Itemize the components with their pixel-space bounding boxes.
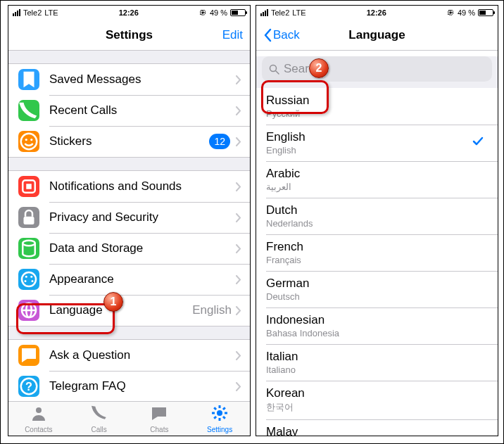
settings-icon [210, 404, 229, 425]
language-native: English [266, 145, 472, 156]
page-title: Language [256, 28, 498, 42]
callout-badge-2: 2 [309, 58, 329, 78]
row-label: Notifications and Sounds [49, 179, 236, 194]
settings-list[interactable]: Saved Messages Recent Calls Stickers 12 … [8, 51, 250, 401]
chevron-right-icon [236, 213, 241, 222]
carrier-label: Tele2 [23, 8, 42, 17]
tab-label: Settings [207, 426, 232, 433]
settings-row-saved-messages[interactable]: Saved Messages [8, 64, 250, 95]
callout-badge-1: 1 [103, 292, 123, 312]
row-value: English [192, 303, 232, 317]
signal-icon [260, 9, 268, 16]
svg-point-2 [30, 139, 32, 141]
language-name: French [266, 240, 488, 254]
alarm-icon: ֍ [447, 8, 455, 17]
language-native: 한국어 [266, 401, 488, 414]
chevron-right-icon [236, 275, 241, 284]
data-icon [18, 238, 39, 259]
svg-point-6 [23, 241, 35, 246]
lock-icon [18, 207, 39, 228]
language-nav: Back Language [256, 20, 498, 51]
language-native: Nederlands [266, 218, 488, 229]
tab-chats[interactable]: Chats [130, 402, 190, 436]
settings-row-notifications-and-sounds[interactable]: Notifications and Sounds [8, 171, 250, 202]
phone-icon [18, 100, 39, 121]
language-row-korean[interactable]: Korean 한국어 [256, 381, 498, 419]
language-name: Indonesian [266, 313, 488, 327]
network-label: LTE [292, 8, 305, 17]
tab-label: Chats [150, 426, 168, 433]
chevron-right-icon [236, 137, 241, 146]
settings-row-telegram-faq[interactable]: ? Telegram FAQ [8, 371, 250, 401]
chevron-right-icon [236, 106, 241, 115]
svg-rect-5 [24, 217, 34, 224]
language-row-english[interactable]: English English [256, 125, 498, 161]
language-row-french[interactable]: French Français [256, 234, 498, 271]
language-name: Russian [266, 94, 488, 108]
svg-point-1 [25, 139, 27, 141]
svg-line-22 [214, 417, 216, 419]
tab-settings[interactable]: Settings [189, 402, 250, 436]
language-name: Dutch [266, 203, 488, 217]
badge: 12 [209, 134, 230, 149]
svg-point-10 [32, 280, 34, 282]
language-row-italian[interactable]: Italian Italiano [256, 344, 498, 381]
bookmark-icon [18, 69, 39, 90]
chevron-right-icon [236, 75, 241, 84]
language-row-dutch[interactable]: Dutch Nederlands [256, 198, 498, 234]
settings-row-privacy-and-security[interactable]: Privacy and Security [8, 202, 250, 233]
language-row-russian[interactable]: Russian Русский [256, 88, 498, 125]
language-name: Korean [266, 386, 488, 400]
clock: 12:26 [306, 8, 447, 17]
settings-row-data-and-storage[interactable]: Data and Storage [8, 233, 250, 264]
svg-line-24 [214, 407, 216, 410]
settings-row-recent-calls[interactable]: Recent Calls [8, 95, 250, 126]
svg-line-20 [223, 417, 225, 419]
chats-icon [150, 404, 168, 425]
chevron-right-icon [236, 382, 241, 391]
language-native: Italiano [266, 364, 488, 375]
settings-screen: Tele2 LTE 12:26 ֍ 49 % Settings Edit Sav… [8, 5, 251, 436]
alarm-icon: ֍ [199, 8, 207, 17]
svg-point-11 [25, 280, 27, 282]
language-body[interactable]: Russian Русский English English Arabic ا… [256, 51, 498, 436]
svg-line-26 [223, 407, 225, 410]
svg-point-0 [21, 134, 37, 150]
chat-icon [18, 345, 39, 366]
chevron-right-icon [236, 244, 241, 253]
settings-row-stickers[interactable]: Stickers 12 [8, 126, 250, 157]
row-label: Data and Storage [49, 241, 236, 255]
chevron-right-icon [236, 306, 241, 315]
settings-row-ask-a-question[interactable]: Ask a Question [8, 340, 250, 371]
language-name: English [266, 130, 472, 144]
row-label: Telegram FAQ [49, 379, 236, 393]
search-icon [269, 64, 279, 75]
tab-calls[interactable]: Calls [69, 402, 130, 436]
settings-row-language[interactable]: Language English [8, 295, 250, 326]
signal-icon [13, 9, 20, 16]
settings-row-appearance[interactable]: Appearance [8, 264, 250, 295]
checkmark-icon [472, 136, 484, 150]
language-name: Italian [266, 350, 488, 364]
calls-icon [90, 404, 108, 425]
language-native: Русский [266, 108, 488, 119]
language-name: Arabic [266, 167, 488, 181]
svg-text:?: ? [25, 380, 32, 393]
row-label: Stickers [49, 134, 209, 148]
language-row-arabic[interactable]: Arabic العربية [256, 161, 498, 198]
language-row-german[interactable]: German Deutsch [256, 271, 498, 307]
language-name: German [266, 277, 488, 291]
battery-icon [478, 9, 493, 16]
language-name: Malay [266, 425, 488, 436]
row-label: Recent Calls [49, 103, 236, 118]
carrier-label: Tele2 [271, 8, 289, 17]
tab-label: Contacts [25, 426, 52, 433]
chevron-right-icon [236, 182, 241, 191]
settings-nav: Settings Edit [8, 20, 250, 51]
tab-contacts[interactable]: Contacts [8, 402, 69, 436]
svg-point-17 [36, 407, 42, 413]
language-row-indonesian[interactable]: Indonesian Bahasa Indonesia [256, 307, 498, 344]
language-row-malay[interactable]: Malay [256, 419, 498, 436]
row-label: Privacy and Security [49, 210, 236, 224]
search-field[interactable] [262, 56, 492, 82]
